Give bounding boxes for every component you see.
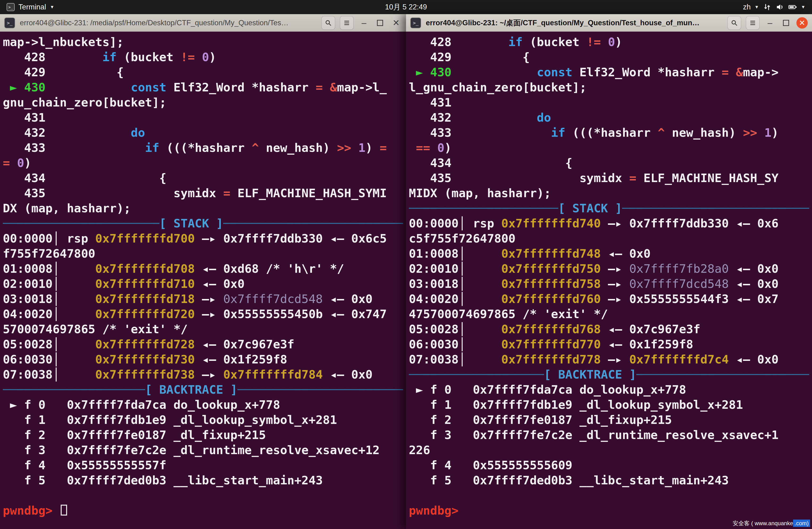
terminal-text-segment: (((*hasharr bbox=[565, 126, 657, 139]
search-button[interactable] bbox=[321, 16, 335, 30]
terminal-text-segment: ◂— 0x0 bbox=[601, 247, 651, 261]
terminal-text-segment: 0x7ffff7fb28a0 bbox=[629, 262, 729, 276]
terminal-row: 428 if (bucket != 0) bbox=[3, 49, 403, 65]
terminal-text-segment: 433 bbox=[3, 141, 145, 155]
terminal-row: f 4 0x555555555609 bbox=[409, 458, 809, 473]
search-button[interactable] bbox=[727, 16, 741, 30]
minimize-button[interactable]: – bbox=[358, 17, 369, 29]
terminal-text-segment: ◂— 0x1f259f8 bbox=[195, 353, 287, 366]
terminal-row: f 2 0x7ffff7fe0187 _dl_fixup+215 bbox=[3, 427, 403, 443]
terminal-text-segment: —▸ bbox=[601, 277, 629, 291]
network-icon bbox=[763, 3, 772, 12]
terminal-text-segment: ◂— 0x0 bbox=[323, 292, 373, 306]
terminal-text-segment: 01:0008│ bbox=[409, 247, 501, 261]
terminal-text-segment: 0 bbox=[202, 50, 209, 64]
minimize-button[interactable]: – bbox=[764, 17, 775, 29]
terminal-text-segment bbox=[323, 80, 330, 94]
terminal-row: 433 if (((*hasharr ^ new_hash) >> 1) bbox=[409, 125, 809, 140]
terminal-text-segment: ──────────────────────────── bbox=[237, 383, 403, 397]
terminal-row: 06:0030│ 0x7fffffffd770 ◂— 0x1f259f8 bbox=[409, 337, 809, 352]
terminal-row: DX (map, hasharr); bbox=[3, 201, 403, 216]
maximize-icon bbox=[783, 20, 789, 26]
terminal-row: 431 bbox=[3, 110, 403, 125]
terminal-row: 435 symidx = ELF_MACHINE_HASH_SY bbox=[409, 171, 809, 186]
close-button[interactable]: ✕ bbox=[796, 17, 808, 29]
activities-app-menu[interactable]: >_ Terminal ▼ bbox=[6, 3, 54, 11]
terminal-row: 05:0028│ 0x7fffffffd768 ◂— 0x7c967e3f bbox=[409, 322, 809, 337]
terminal-text-segment: 432 bbox=[3, 126, 131, 139]
system-tray[interactable]: zh ▼ ▼ bbox=[743, 3, 806, 12]
terminal-row: 03:0018│ 0x7fffffffd758 —▸ 0x7ffff7dcd54… bbox=[409, 276, 809, 291]
terminal-text-segment: 428 bbox=[409, 35, 508, 49]
terminal-text-segment: 1 bbox=[764, 126, 771, 139]
terminal-text-segment: 0x7fffffffd720 bbox=[95, 307, 194, 321]
terminal-text-segment: & bbox=[736, 65, 743, 79]
top-system-bar: >_ Terminal ▼ 10月 5 22:49 zh ▼ ▼ bbox=[0, 0, 812, 14]
terminal-text-segment: const bbox=[537, 65, 572, 79]
terminal-text-segment: ) bbox=[209, 50, 216, 64]
chevron-down-icon: ▼ bbox=[50, 4, 54, 10]
terminal-text-segment: 05:0028│ bbox=[409, 322, 501, 336]
maximize-button[interactable] bbox=[780, 17, 792, 29]
terminal-row: 05:0028│ 0x7fffffffd728 ◂— 0x7c967e3f bbox=[3, 337, 403, 352]
terminal-text-segment: = bbox=[380, 141, 387, 155]
terminal-text-segment: 5700074697865 /* 'exit' */ bbox=[3, 322, 188, 336]
terminal-text-segment: f 3 0x7ffff7fe7c2e _dl_runtime_resolve_x… bbox=[3, 443, 379, 457]
terminal-text-segment: 429 { bbox=[3, 65, 124, 79]
topbar-app-label[interactable]: Terminal bbox=[18, 3, 46, 11]
terminal-row: == 0) bbox=[409, 140, 809, 156]
terminal-text-segment: 06:0030│ bbox=[3, 353, 95, 366]
window-title: error404@Glibc-231: ~/桌面/CTF_question/My… bbox=[426, 18, 723, 28]
terminal-row: gnu_chain_zero[bucket]; bbox=[3, 95, 403, 110]
terminal-text-segment: ────────────────────────────── bbox=[622, 202, 809, 215]
input-language-label[interactable]: zh bbox=[743, 3, 751, 11]
volume-icon bbox=[775, 3, 784, 12]
terminal-app-icon: >_ bbox=[6, 3, 15, 11]
search-icon bbox=[731, 19, 738, 27]
terminal-text-segment: pwndbg> bbox=[3, 504, 60, 517]
terminal-row: 429 { bbox=[409, 49, 809, 65]
window-app-icon: >_ bbox=[410, 17, 421, 28]
terminal-text-segment: 435 symidx bbox=[3, 186, 223, 200]
terminal-text-segment: (((*hasharr bbox=[159, 141, 251, 155]
close-button[interactable]: ✕ bbox=[390, 17, 402, 29]
menu-button[interactable] bbox=[340, 16, 353, 30]
terminal-text-segment: ) bbox=[615, 35, 622, 49]
terminal-text-segment: —▸ 0x7ffff7ddb330 ◂— 0x6c5 bbox=[195, 232, 387, 245]
terminal-screen-left[interactable]: map->l_nbuckets]; 428 if (bucket != 0) 4… bbox=[0, 32, 406, 529]
titlebar-left[interactable]: >_ error404@Glibc-231: /media/psf/Home/D… bbox=[0, 14, 406, 32]
terminal-row: 07:0038│ 0x7fffffffd738 —▸ 0x7fffffffd78… bbox=[3, 367, 403, 382]
titlebar-right[interactable]: >_ error404@Glibc-231: ~/桌面/CTF_question… bbox=[406, 14, 812, 32]
menu-button[interactable] bbox=[746, 16, 759, 30]
terminal-text-segment: f 5 0x7ffff7ded0b3 __libc_start_main+243 bbox=[409, 473, 729, 487]
terminal-text-segment: if bbox=[508, 35, 522, 49]
terminal-text-segment: 431 bbox=[3, 111, 46, 124]
terminal-row: f 4 0x55555555557f bbox=[3, 458, 403, 473]
terminal-row: 432 do bbox=[3, 125, 403, 140]
terminal-text-segment: ) bbox=[24, 156, 31, 170]
terminal-text-segment: if bbox=[551, 126, 565, 139]
terminal-text-segment: do bbox=[131, 126, 145, 139]
hamburger-icon bbox=[749, 19, 756, 27]
clock-label: 10月 5 22:49 bbox=[385, 2, 427, 12]
terminal-text-segment: map-> bbox=[743, 65, 779, 79]
terminal-text-segment: 04:0020│ bbox=[409, 292, 501, 306]
clock[interactable]: 10月 5 22:49 bbox=[385, 0, 427, 14]
terminal-text-segment: 434 { bbox=[409, 156, 572, 170]
terminal-text-segment: 0x7fffffffd750 bbox=[501, 262, 600, 276]
terminal-text-segment: 03:0018│ bbox=[3, 292, 95, 306]
terminal-row: 428 if (bucket != 0) bbox=[409, 34, 809, 49]
terminal-text-segment: 0x7fffffffd770 bbox=[501, 337, 600, 351]
terminal-screen-right[interactable]: 428 if (bucket != 0) 429 { ► 430 const E… bbox=[406, 32, 812, 529]
terminal-text-segment: new_hash) bbox=[259, 141, 337, 155]
terminal-text-segment: ────────────────────── bbox=[3, 217, 159, 230]
terminal-row: f 5 0x7ffff7ded0b3 __libc_start_main+243 bbox=[409, 473, 809, 488]
terminal-text-segment: [ BACKTRACE ] bbox=[145, 383, 237, 397]
terminal-text-segment: 434 { bbox=[3, 171, 166, 185]
terminal-text-segment bbox=[351, 141, 358, 155]
maximize-button[interactable] bbox=[374, 17, 386, 29]
chevron-down-icon[interactable]: ▼ bbox=[801, 4, 806, 10]
terminal-row bbox=[409, 488, 809, 503]
terminal-text-segment: = bbox=[316, 80, 323, 94]
terminal-text-segment: ELF_MACHINE_HASH_SYMI bbox=[230, 186, 387, 200]
